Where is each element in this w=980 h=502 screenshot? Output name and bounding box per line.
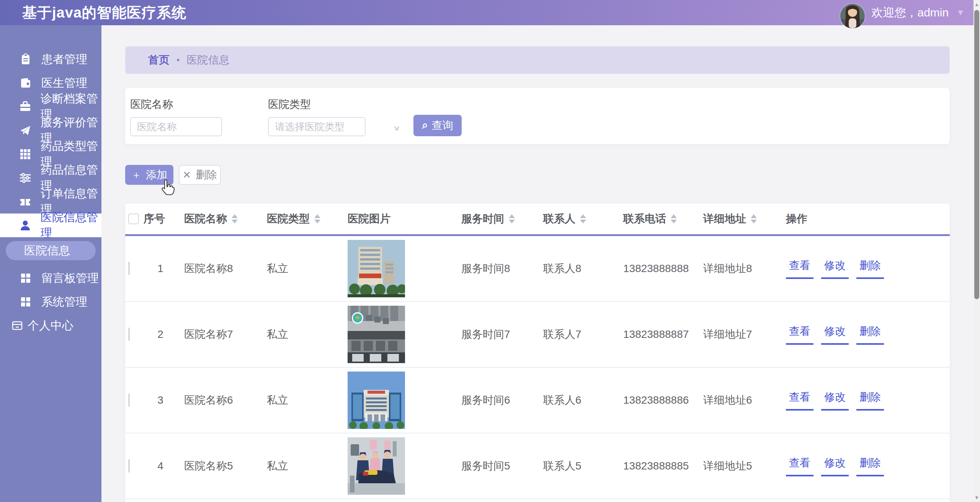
delete-link[interactable]: 删除 bbox=[856, 456, 884, 476]
vertical-scrollbar[interactable]: ▲ ▼ bbox=[973, 0, 980, 502]
add-button-label: 添加 bbox=[146, 168, 167, 182]
hospital-type-select[interactable]: 请选择医院类型 bbox=[268, 117, 366, 136]
column-header-time[interactable]: 服务时间 bbox=[454, 212, 536, 226]
row-checkbox[interactable] bbox=[128, 262, 130, 275]
sidebar-item-label: 留言板管理 bbox=[41, 271, 99, 286]
row-checkbox[interactable] bbox=[128, 459, 130, 473]
row-checkbox[interactable] bbox=[128, 328, 130, 341]
select-all-checkbox[interactable] bbox=[128, 214, 139, 224]
grid-icon bbox=[19, 148, 31, 161]
ticket-icon bbox=[19, 195, 31, 208]
delete-link[interactable]: 删除 bbox=[856, 324, 884, 345]
sidebar-item-hospital-info-mgmt[interactable]: 医院信息管理 bbox=[0, 214, 101, 237]
table-toolbar: ＋ 添加 ✕ 删除 bbox=[125, 165, 950, 185]
cell-time: 服务时间5 bbox=[454, 459, 536, 473]
table-header-row: 序号 医院名称 医院类型 医院图片 服务时间 联系人 联系电话 详细地址 操作 bbox=[125, 204, 950, 234]
cell-phone: 13823888887 bbox=[616, 328, 696, 341]
username: admin bbox=[918, 6, 949, 19]
avatar-image bbox=[840, 4, 865, 28]
query-button[interactable]: ⌕ 查询 bbox=[413, 115, 462, 136]
sort-icons bbox=[509, 214, 515, 223]
row-checkbox[interactable] bbox=[128, 393, 130, 407]
cell-address: 详细地址5 bbox=[696, 459, 779, 473]
sidebar-item-label: 系统管理 bbox=[41, 294, 87, 310]
edit-link[interactable]: 修改 bbox=[821, 390, 849, 411]
select-chevron-down-icon[interactable]: ∨ bbox=[393, 124, 400, 133]
sort-icons bbox=[671, 214, 677, 223]
scroll-up-icon[interactable]: ▲ bbox=[973, 2, 980, 7]
delete-link[interactable]: 删除 bbox=[856, 390, 884, 411]
cell-contact: 联系人5 bbox=[536, 459, 616, 473]
cell-phone: 13823888886 bbox=[616, 394, 696, 406]
wallet-icon bbox=[19, 77, 32, 90]
view-link[interactable]: 查看 bbox=[786, 324, 813, 345]
cell-address: 详细地址7 bbox=[696, 327, 779, 342]
cell-address: 详细地址8 bbox=[696, 261, 779, 276]
sidebar-item-personal-center[interactable]: 个人中心 bbox=[0, 314, 101, 337]
sidebar-item-patient-mgmt[interactable]: 患者管理 bbox=[0, 47, 101, 71]
view-link[interactable]: 查看 bbox=[786, 456, 813, 476]
squares-icon bbox=[19, 295, 32, 308]
sidebar-item-label: 患者管理 bbox=[41, 52, 87, 67]
sidebar-item-message-board-mgmt[interactable]: 留言板管理 bbox=[0, 266, 101, 290]
delete-button[interactable]: ✕ 删除 bbox=[179, 165, 221, 185]
table-row: 4 医院名称5 私立 bbox=[125, 434, 950, 499]
view-link[interactable]: 查看 bbox=[786, 390, 813, 411]
cell-phone: 13823888885 bbox=[616, 460, 696, 472]
sidebar-subitem-label: 医院信息 bbox=[24, 243, 70, 259]
cell-type: 私立 bbox=[260, 459, 341, 473]
hospital-name-input[interactable] bbox=[130, 117, 222, 136]
breadcrumb-home-link[interactable]: 首页 bbox=[148, 53, 170, 67]
cell-time: 服务时间6 bbox=[454, 393, 536, 407]
breadcrumb: 首页 • 医院信息 bbox=[125, 46, 950, 74]
cell-contact: 联系人6 bbox=[536, 393, 616, 407]
delete-link[interactable]: 删除 bbox=[856, 258, 884, 279]
cell-type: 私立 bbox=[260, 261, 341, 276]
sort-icons bbox=[314, 214, 320, 223]
user-avatar[interactable] bbox=[840, 4, 865, 28]
cell-name: 医院名称6 bbox=[177, 393, 260, 407]
sidebar-item-system-mgmt[interactable]: 系统管理 bbox=[0, 290, 101, 314]
user-icon bbox=[19, 219, 31, 232]
main-content: 首页 • 医院信息 医院名称 医院类型 请选择医院类型 ∨ ⌕ 查询 ＋ 添加 … bbox=[101, 25, 973, 502]
squares-icon bbox=[19, 272, 32, 285]
hospital-type-select-placeholder: 请选择医院类型 bbox=[275, 120, 345, 134]
cell-index: 1 bbox=[144, 262, 177, 275]
table-row: 2 医院名称7 私立 服务时间7 联系人7 138238 bbox=[125, 302, 950, 368]
edit-link[interactable]: 修改 bbox=[821, 258, 849, 279]
cell-time: 服务时间7 bbox=[454, 327, 536, 342]
sidebar-item-label: 个人中心 bbox=[28, 318, 74, 334]
sort-icons bbox=[580, 214, 586, 223]
sidebar-subitem-hospital-info[interactable]: 医院信息 bbox=[6, 241, 96, 260]
app-header: 基于java的智能医疗系统 欢迎您，admin ▼ bbox=[0, 0, 980, 25]
sliders-icon bbox=[19, 171, 31, 184]
user-caret-down-icon[interactable]: ▼ bbox=[956, 8, 965, 18]
hospital-name-label: 医院名称 bbox=[130, 97, 222, 112]
cell-name: 医院名称5 bbox=[177, 459, 260, 473]
hospital-table: 序号 医院名称 医院类型 医院图片 服务时间 联系人 联系电话 详细地址 操作 … bbox=[125, 204, 950, 502]
add-button[interactable]: ＋ 添加 bbox=[125, 165, 173, 185]
breadcrumb-separator: • bbox=[176, 55, 180, 65]
app-title: 基于java的智能医疗系统 bbox=[22, 3, 186, 23]
column-header-photo: 医院图片 bbox=[341, 212, 454, 226]
close-icon: ✕ bbox=[183, 169, 191, 181]
edit-link[interactable]: 修改 bbox=[821, 324, 849, 345]
cell-index: 3 bbox=[144, 394, 177, 406]
sidebar-item-label: 医院信息管理 bbox=[41, 210, 101, 241]
view-link[interactable]: 查看 bbox=[786, 258, 813, 279]
paper-plane-icon bbox=[19, 124, 31, 137]
scrollbar-thumb[interactable] bbox=[974, 10, 979, 299]
scroll-down-icon[interactable]: ▼ bbox=[973, 495, 980, 500]
column-header-name[interactable]: 医院名称 bbox=[177, 212, 260, 226]
column-header-type[interactable]: 医院类型 bbox=[260, 212, 341, 226]
column-header-address[interactable]: 详细地址 bbox=[696, 212, 779, 226]
edit-link[interactable]: 修改 bbox=[821, 456, 849, 476]
delete-button-label: 删除 bbox=[196, 168, 217, 182]
sidebar-item-label: 医生管理 bbox=[41, 75, 87, 91]
clipboard-icon bbox=[19, 53, 32, 66]
gray-dental-clinic-photo bbox=[348, 306, 405, 363]
user-menu[interactable]: 欢迎您，admin ▼ bbox=[840, 0, 965, 25]
column-header-phone[interactable]: 联系电话 bbox=[616, 212, 696, 226]
column-header-contact[interactable]: 联系人 bbox=[536, 212, 616, 226]
sidebar: 患者管理 医生管理 诊断档案管理 服务评价管理 药品类型管理 药品信息管理 订单… bbox=[0, 25, 101, 502]
